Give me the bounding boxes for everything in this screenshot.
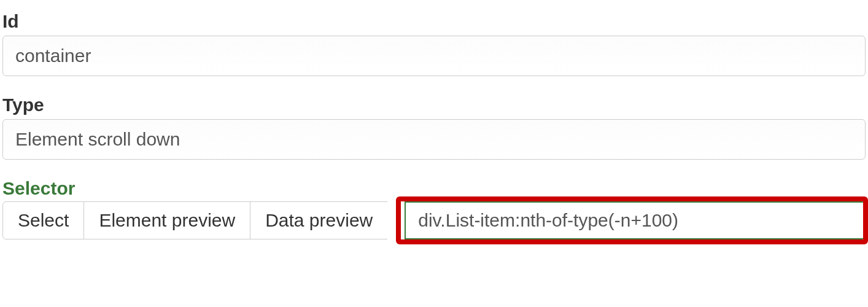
type-label: Type bbox=[2, 95, 866, 115]
selector-field-group: Selector Select Element preview Data pre… bbox=[2, 178, 866, 239]
form-container: Id Type Selector Select Element preview … bbox=[0, 0, 868, 239]
element-preview-button[interactable]: Element preview bbox=[84, 201, 250, 239]
data-preview-button[interactable]: Data preview bbox=[250, 201, 387, 239]
selector-input-wrap bbox=[387, 201, 866, 239]
selector-input[interactable] bbox=[405, 201, 866, 239]
selector-row: Select Element preview Data preview bbox=[2, 201, 866, 239]
type-input[interactable] bbox=[2, 119, 866, 160]
id-input[interactable] bbox=[2, 36, 866, 76]
selector-button-group: Select Element preview Data preview bbox=[2, 201, 387, 239]
select-button[interactable]: Select bbox=[2, 201, 84, 239]
id-field-group: Id bbox=[2, 11, 866, 76]
type-field-group: Type bbox=[2, 95, 866, 160]
selector-label: Selector bbox=[2, 178, 866, 199]
id-label: Id bbox=[2, 11, 866, 32]
